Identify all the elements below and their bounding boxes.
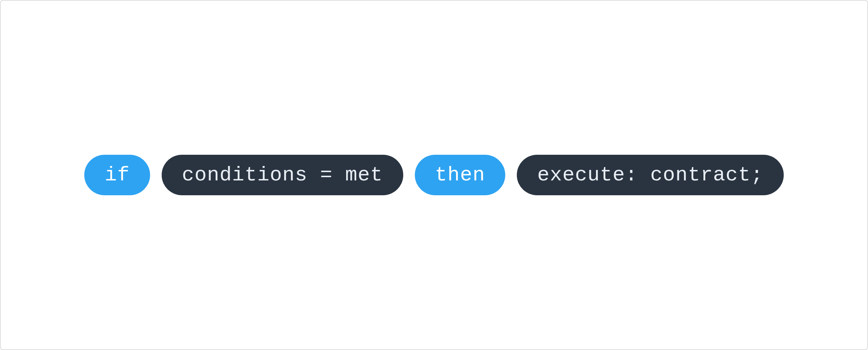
if-keyword-pill: if [84, 155, 150, 195]
conditions-statement-pill: conditions = met [162, 155, 403, 195]
code-pill-row: if conditions = met then execute: contra… [84, 155, 783, 195]
then-keyword-pill: then [415, 155, 506, 195]
execute-statement-pill: execute: contract; [517, 155, 783, 195]
